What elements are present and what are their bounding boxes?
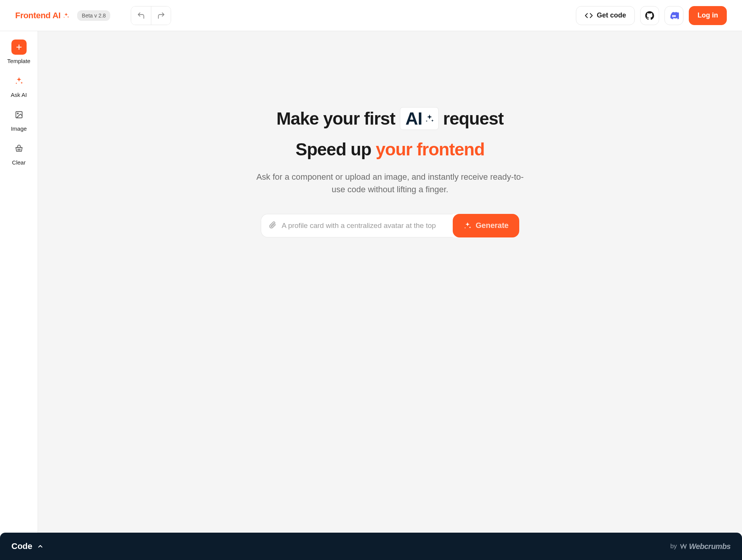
chevron-up-icon	[37, 543, 44, 550]
discord-icon	[669, 11, 679, 21]
ai-pill-text: AI	[406, 108, 422, 129]
sparkle-icon	[63, 12, 70, 19]
sidebar-item-clear[interactable]: Clear	[0, 141, 38, 166]
sidebar-item-ask-ai[interactable]: Ask AI	[0, 73, 38, 98]
redo-button[interactable]	[151, 6, 171, 25]
undo-button[interactable]	[131, 6, 151, 25]
sparkle-icon	[425, 114, 434, 123]
sidebar-item-label: Template	[7, 58, 30, 64]
github-icon	[645, 11, 654, 20]
headline-line2-accent: your frontend	[376, 139, 485, 160]
prompt-field	[261, 214, 453, 237]
app-header: Frontend AI Beta v 2.8 Get code	[0, 0, 742, 31]
get-code-button[interactable]: Get code	[576, 6, 635, 25]
logo-text: Frontend AI	[15, 11, 60, 21]
webcrumbs-mark-icon	[680, 543, 687, 550]
login-button[interactable]: Log in	[689, 6, 727, 25]
beta-badge: Beta v 2.8	[77, 10, 110, 21]
footer-bar: Code by Webcrumbs	[0, 533, 742, 560]
ai-pill: AI	[400, 107, 439, 130]
hero: Make your first AI request Speed up your…	[219, 107, 561, 237]
image-icon	[11, 107, 27, 122]
generate-label: Generate	[476, 221, 509, 230]
logo[interactable]: Frontend AI	[15, 11, 70, 21]
headline-line2-pre: Speed up	[295, 139, 371, 160]
sidebar: Template Ask AI Image C	[0, 31, 38, 533]
paperclip-icon[interactable]	[269, 221, 276, 230]
subheadline: Ask for a component or upload an image, …	[253, 171, 527, 196]
prompt-input[interactable]	[282, 221, 445, 230]
footer-byline: by Webcrumbs	[670, 542, 731, 551]
code-toggle-label: Code	[11, 541, 32, 551]
headline-pre: Make your first	[276, 108, 395, 129]
plus-icon	[11, 40, 27, 55]
footer-brand[interactable]: Webcrumbs	[680, 542, 731, 551]
by-label: by	[670, 543, 677, 550]
prompt-row: Generate	[261, 214, 519, 237]
footer-brand-text: Webcrumbs	[689, 542, 731, 551]
get-code-label: Get code	[597, 11, 626, 19]
undo-redo-group	[131, 6, 171, 25]
headline: Make your first AI request Speed up your…	[219, 107, 561, 160]
sparkle-icon	[11, 73, 27, 89]
discord-button[interactable]	[664, 6, 683, 25]
sidebar-item-template[interactable]: Template	[0, 40, 38, 64]
sidebar-item-label: Clear	[12, 159, 26, 166]
code-toggle[interactable]: Code	[11, 541, 44, 551]
login-label: Log in	[698, 11, 718, 19]
generate-button[interactable]: Generate	[453, 214, 519, 237]
github-button[interactable]	[640, 6, 659, 25]
redo-icon	[157, 11, 165, 20]
sparkle-icon	[463, 221, 472, 230]
headline-post: request	[443, 108, 504, 129]
sidebar-item-image[interactable]: Image	[0, 107, 38, 132]
sidebar-item-label: Ask AI	[11, 92, 27, 98]
main-canvas: Make your first AI request Speed up your…	[38, 31, 742, 533]
header-actions: Get code Log in	[576, 6, 727, 25]
svg-point-3	[17, 113, 18, 114]
undo-icon	[137, 11, 145, 20]
code-icon	[585, 11, 593, 20]
sidebar-item-label: Image	[11, 125, 27, 132]
basket-icon	[11, 141, 27, 156]
